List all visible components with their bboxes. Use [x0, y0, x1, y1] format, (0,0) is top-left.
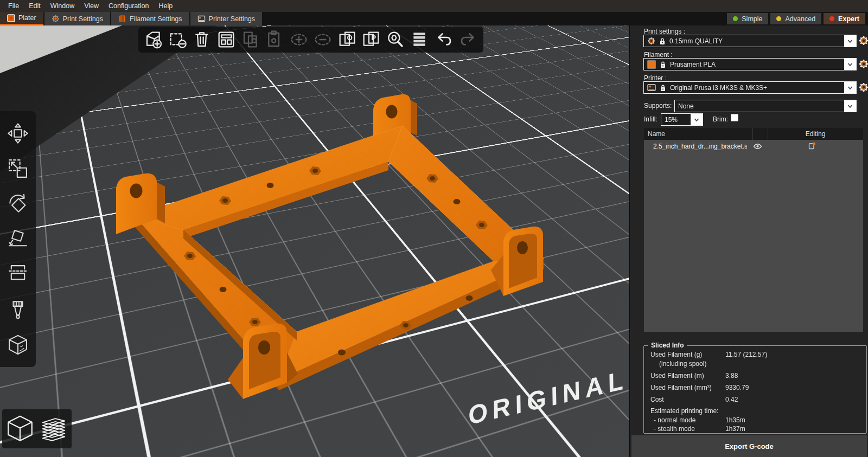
paint-supports-tool-icon[interactable]	[6, 298, 30, 321]
edit-object-icon[interactable]	[808, 141, 816, 151]
lock-icon	[659, 37, 666, 45]
print-profile-icon	[647, 37, 655, 45]
lock-icon	[660, 61, 666, 68]
tab-bar: Plater Print Settings Filament Settings …	[0, 12, 868, 25]
move-tool-icon[interactable]	[6, 121, 30, 145]
remove-object-icon[interactable]	[167, 29, 189, 50]
model-object[interactable]	[0, 25, 629, 457]
mode-switcher: Simple Advanced Expert	[727, 12, 868, 25]
mode-advanced-button[interactable]: Advanced	[770, 13, 821, 24]
print-settings-gear-icon[interactable]	[859, 36, 868, 46]
object-list: 2.5_inch_hard_dr...ing_bracket.stl	[644, 140, 863, 332]
print-settings-combo[interactable]: 0.15mm QUALITY	[643, 35, 857, 47]
printer-combo[interactable]: Original Prusa i3 MK3S & MK3S+	[643, 81, 857, 94]
editor-view-button[interactable]	[4, 411, 36, 446]
variable-layer-height-icon[interactable]	[409, 29, 430, 50]
menu-view[interactable]: View	[79, 0, 104, 12]
sliced-info-title: Sliced Info	[648, 342, 687, 349]
infill-dropdown-arrow[interactable]	[691, 114, 703, 125]
menu-help[interactable]: Help	[154, 0, 177, 12]
simple-mode-dot	[733, 16, 738, 21]
stealth-mode-value: 1h37m	[725, 425, 745, 433]
arrange-icon[interactable]	[215, 29, 237, 50]
cost-label: Cost	[650, 396, 664, 403]
filament-combo[interactable]: Prusament PLA	[643, 58, 857, 70]
cost-value: 0.42	[725, 396, 738, 403]
normal-mode-value: 1h35m	[725, 416, 745, 424]
menu-configuration[interactable]: Configuration	[104, 0, 154, 12]
used-filament-m-value: 3.88	[725, 372, 738, 379]
visibility-column-header	[753, 128, 768, 140]
paste-icon[interactable]	[264, 29, 285, 50]
export-gcode-button[interactable]: Export G-code	[631, 435, 867, 457]
rotate-tool-icon[interactable]	[6, 192, 30, 216]
lock-icon	[660, 84, 666, 92]
filament-dropdown-arrow[interactable]	[844, 59, 856, 70]
menu-edit[interactable]: Edit	[24, 0, 46, 12]
eye-icon[interactable]	[747, 143, 768, 150]
3d-viewport[interactable]: ORIGINAL P	[0, 25, 629, 457]
tab-plater[interactable]: Plater	[0, 12, 43, 25]
add-instance-icon[interactable]	[288, 29, 310, 50]
supports-label: Supports:	[644, 102, 672, 110]
brim-label: Brim:	[713, 115, 728, 123]
object-list-header: Name Editing	[644, 128, 863, 140]
mode-simple-button[interactable]: Simple	[727, 13, 768, 24]
redo-icon[interactable]	[457, 29, 479, 50]
seam-painting-tool-icon[interactable]	[6, 333, 30, 357]
supports-dropdown-arrow[interactable]	[844, 100, 856, 112]
used-filament-mm3-value: 9330.79	[725, 384, 749, 391]
copy-icon[interactable]	[240, 29, 261, 50]
printer-dropdown-arrow[interactable]	[844, 82, 856, 93]
filament-color-swatch	[647, 60, 656, 69]
including-spool-label: (including spool)	[659, 360, 706, 368]
sliced-info-group: Sliced Info Used Filament (g) 11.57 (212…	[643, 345, 867, 434]
print-settings-label: Print settings :	[644, 28, 685, 35]
remove-instance-icon[interactable]	[312, 29, 334, 50]
estimated-time-label: Estimated printing time:	[650, 407, 718, 415]
printer-label: Printer :	[644, 74, 667, 82]
search-icon[interactable]	[385, 29, 406, 50]
printer-gear-icon[interactable]	[859, 82, 868, 92]
svg-text:O: O	[347, 34, 352, 42]
undo-icon[interactable]	[433, 29, 455, 50]
print-settings-icon	[52, 15, 60, 23]
used-filament-g-value: 11.57 (212.57)	[725, 351, 767, 358]
filament-settings-icon	[118, 15, 126, 23]
add-object-icon[interactable]	[143, 29, 164, 50]
name-column-header[interactable]: Name	[644, 128, 753, 140]
menu-file[interactable]: File	[3, 0, 24, 12]
used-filament-g-label: Used Filament (g)	[650, 351, 702, 358]
brim-checkbox[interactable]	[731, 114, 738, 121]
supports-combo[interactable]: None	[674, 100, 857, 112]
expert-mode-dot	[829, 16, 834, 21]
place-on-face-tool-icon[interactable]	[6, 227, 30, 251]
stealth-mode-label: - stealth mode	[654, 425, 695, 433]
printer-icon	[647, 83, 656, 92]
used-filament-mm3-label: Used Filament (mm³)	[650, 384, 712, 391]
menu-window[interactable]: Window	[46, 0, 79, 12]
view-mode-switcher	[2, 409, 72, 448]
mode-expert-button[interactable]: Expert	[824, 13, 865, 24]
viewport-top-toolbar: O P	[138, 27, 483, 53]
advanced-mode-dot	[776, 16, 781, 21]
tab-filament-settings[interactable]: Filament Settings	[111, 12, 189, 25]
delete-all-icon[interactable]	[191, 29, 213, 50]
infill-combo[interactable]: 15%	[661, 113, 703, 126]
object-row[interactable]: 2.5_inch_hard_dr...ing_bracket.stl	[644, 140, 863, 153]
cut-tool-icon[interactable]	[6, 262, 30, 286]
filament-gear-icon[interactable]	[859, 59, 868, 69]
tab-print-settings[interactable]: Print Settings	[44, 12, 110, 25]
print-settings-dropdown-arrow[interactable]	[844, 35, 856, 47]
split-to-parts-icon[interactable]: P	[360, 29, 382, 50]
split-to-objects-icon[interactable]: O	[336, 29, 358, 50]
scale-tool-icon[interactable]	[6, 157, 30, 181]
editing-column-header: Editing	[768, 130, 863, 138]
tab-printer-settings[interactable]: Printer Settings	[190, 12, 262, 25]
prusaslicer-window: File Edit Window View Configuration Help…	[0, 0, 868, 457]
preview-view-button[interactable]	[38, 411, 69, 446]
object-filename: 2.5_inch_hard_dr...ing_bracket.stl	[644, 143, 747, 150]
used-filament-m-label: Used Filament (m)	[650, 372, 704, 379]
settings-panel: Print settings : 0.15mm QUALITY Filament…	[629, 25, 868, 457]
filament-label: Filament :	[644, 51, 673, 59]
